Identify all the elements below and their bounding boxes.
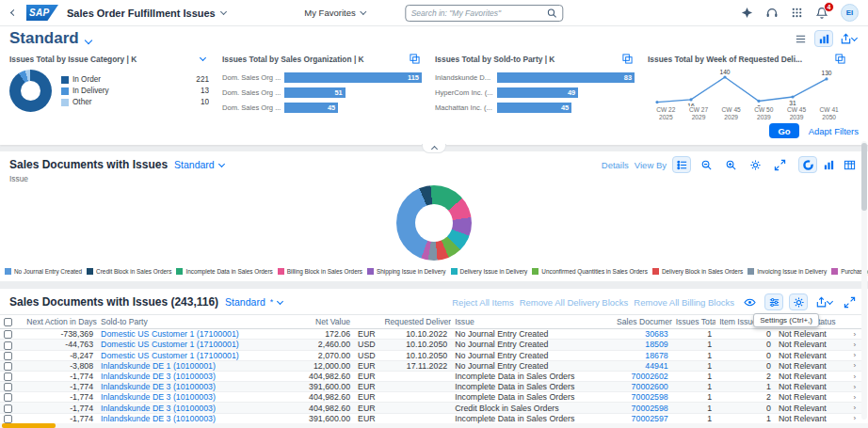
favorites-dropdown[interactable]: My Favorites xyxy=(304,8,365,18)
sold-to-link[interactable]: Inlandskunde DE 3 (10100003) xyxy=(101,404,216,413)
legend-item[interactable]: Incomplete Data in Sales Orders xyxy=(176,268,272,275)
bar-row[interactable]: Machattan Inc. (... 45 xyxy=(435,103,635,113)
chart-variant-selector[interactable]: Standard xyxy=(174,159,224,170)
table-fullscreen-icon[interactable] xyxy=(840,293,859,310)
donut-chart-icon[interactable] xyxy=(798,156,817,173)
remove-billing-blocks-button[interactable]: Remove All Billing Blocks xyxy=(634,297,734,308)
fullscreen-icon[interactable] xyxy=(770,156,789,173)
switch-chart-icon[interactable] xyxy=(833,53,847,65)
bar-row[interactable]: HyperCom Inc. (... 49 xyxy=(435,87,635,98)
table-row[interactable]: -1,774 Inlandskunde DE 3 (10100003) 404,… xyxy=(0,392,862,403)
reject-all-items-button[interactable]: Reject All Items xyxy=(452,297,513,308)
row-checkbox[interactable] xyxy=(4,404,12,413)
bar-row[interactable]: Dom. Sales Org ... 51 xyxy=(222,87,422,98)
headset-icon[interactable] xyxy=(765,7,779,20)
row-chevron[interactable]: › xyxy=(847,340,862,350)
column-header[interactable]: Sales Document xyxy=(613,315,672,329)
sales-document-link[interactable]: 70002600 xyxy=(632,382,668,391)
table-variant-selector[interactable]: Standard* xyxy=(225,296,282,308)
details-button[interactable]: Details xyxy=(602,160,629,170)
row-chevron[interactable]: › xyxy=(847,382,862,392)
settings-gear-icon[interactable] xyxy=(789,293,808,310)
legend-item[interactable]: Unconfirmed Quantities in Sales Orders xyxy=(532,268,648,275)
column-header[interactable]: Next Action in Days xyxy=(23,315,97,329)
avatar[interactable]: EI xyxy=(841,4,859,22)
bar-chart-icon[interactable] xyxy=(819,156,838,173)
sold-to-link[interactable]: Domestic US Customer 1 (17100001) xyxy=(101,351,239,360)
go-button[interactable]: Go xyxy=(769,123,798,138)
chart-view-icon[interactable] xyxy=(814,30,833,47)
table-row[interactable]: -1,774 Inlandskunde DE 3 (10100003) 391,… xyxy=(0,413,862,423)
remove-delivery-blocks-button[interactable]: Remove All Delivery Blocks xyxy=(520,297,629,308)
donut-chart[interactable] xyxy=(9,70,52,112)
sales-document-link[interactable]: 70002602 xyxy=(632,372,668,381)
row-checkbox[interactable] xyxy=(4,362,12,371)
legend-item[interactable]: No Journal Entry Created xyxy=(5,268,82,275)
card-dropdown-button[interactable] xyxy=(196,53,209,65)
back-button[interactable] xyxy=(9,10,18,15)
row-checkbox[interactable] xyxy=(4,393,12,402)
grid-icon[interactable] xyxy=(791,7,803,19)
column-header[interactable]: Issue xyxy=(451,315,613,329)
sold-to-link[interactable]: Domestic US Customer 1 (17100001) xyxy=(101,329,239,339)
sales-document-link[interactable]: 70002598 xyxy=(632,404,668,413)
sales-document-link[interactable]: 70002597 xyxy=(632,414,668,423)
sales-document-link[interactable]: 18678 xyxy=(645,351,667,360)
search-icon[interactable] xyxy=(547,8,558,19)
legend-item[interactable]: Delivery Issue in Delivery xyxy=(451,268,528,275)
horizontal-scrollbar[interactable] xyxy=(0,423,868,428)
legend-toggle-button[interactable] xyxy=(672,156,691,173)
table-row[interactable]: -3,808 Inlandskunde DE 1 (10100001) 12,0… xyxy=(0,360,862,371)
row-checkbox[interactable] xyxy=(4,373,12,381)
legend-item[interactable]: Credit Block in Sales Orders xyxy=(87,268,171,275)
bar-row[interactable]: Dom. Sales Org ... 115 xyxy=(222,72,422,83)
table-view-icon[interactable] xyxy=(840,156,859,173)
sold-to-link[interactable]: Inlandskunde DE 3 (10100003) xyxy=(101,414,216,423)
sales-document-link[interactable]: 70002598 xyxy=(632,392,668,402)
column-settings-icon[interactable] xyxy=(764,293,783,310)
sales-document-link[interactable]: 30683 xyxy=(645,329,667,339)
table-row[interactable]: -1,774 Inlandskunde DE 3 (10100003) 404,… xyxy=(0,371,862,381)
row-checkbox[interactable] xyxy=(4,330,12,339)
table-row[interactable]: -738,369 Domestic US Customer 1 (1710000… xyxy=(0,329,862,340)
column-header[interactable]: Issues Total xyxy=(672,315,716,329)
legend-item[interactable]: Invoicing Issue in Delivery xyxy=(747,268,827,275)
collapse-header-button[interactable] xyxy=(422,144,446,153)
select-all-checkbox[interactable] xyxy=(4,318,12,326)
gear-icon[interactable] xyxy=(746,156,764,173)
legend-item[interactable]: In Delivery 13 xyxy=(61,87,209,95)
legend-item[interactable]: Delivery Block in Sales Orders xyxy=(652,268,743,275)
sold-to-link[interactable]: Inlandskunde DE 3 (10100003) xyxy=(101,392,216,402)
app-title-menu[interactable]: Sales Order Fulfillment Issues xyxy=(67,8,226,19)
switch-chart-icon[interactable] xyxy=(408,53,422,65)
sales-document-link[interactable]: 44941 xyxy=(645,361,667,371)
joule-icon[interactable] xyxy=(741,7,753,19)
horizontal-scrollbar-thumb[interactable] xyxy=(2,423,56,428)
row-checkbox[interactable] xyxy=(4,352,12,360)
table-row[interactable]: -44,763 Domestic US Customer 1 (17100001… xyxy=(0,340,862,350)
view-by-button[interactable]: View By xyxy=(635,160,667,170)
table-row[interactable]: -8,247 Domestic US Customer 1 (17100001)… xyxy=(0,350,862,360)
page-variant-selector[interactable]: Standard xyxy=(9,29,91,48)
row-chevron[interactable]: › xyxy=(847,350,862,360)
column-header[interactable]: Net Value xyxy=(278,315,354,329)
legend-item[interactable]: Billing Block in Sales Orders xyxy=(278,268,362,275)
list-view-icon[interactable] xyxy=(791,30,810,47)
adapt-filters-button[interactable]: Adapt Filters xyxy=(809,126,859,136)
sold-to-link[interactable]: Inlandskunde DE 3 (10100003) xyxy=(101,372,216,381)
export-icon[interactable] xyxy=(813,293,834,310)
bell-icon[interactable]: 4 xyxy=(815,7,828,20)
bar-row[interactable]: Inlandskunde D... 83 xyxy=(435,72,635,83)
row-chevron[interactable]: › xyxy=(847,403,862,413)
legend-item[interactable]: Shipping Issue in Delivery xyxy=(367,268,446,275)
row-chevron[interactable]: › xyxy=(847,392,862,403)
zoom-out-icon[interactable] xyxy=(697,156,715,173)
sold-to-link[interactable]: Inlandskunde DE 3 (10100003) xyxy=(101,382,216,391)
row-chevron[interactable]: › xyxy=(847,413,862,423)
search-field[interactable] xyxy=(406,5,564,22)
legend-item[interactable]: Other 10 xyxy=(61,98,209,106)
table-row[interactable]: -1,774 Inlandskunde DE 3 (10100003) 391,… xyxy=(0,382,862,392)
bar-row[interactable]: Dom. Sales Org ... 45 xyxy=(222,103,422,113)
eye-icon[interactable] xyxy=(740,293,759,310)
vertical-scrollbar[interactable] xyxy=(861,141,867,420)
